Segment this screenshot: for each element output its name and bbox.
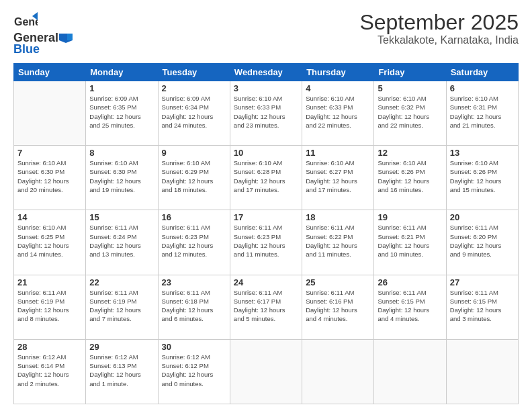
day-number: 21 xyxy=(17,277,82,287)
calendar-week-row: 21Sunrise: 6:11 AMSunset: 6:19 PMDayligh… xyxy=(14,275,519,339)
calendar-cell: 23Sunrise: 6:11 AMSunset: 6:18 PMDayligh… xyxy=(158,275,230,339)
day-number: 19 xyxy=(378,212,442,222)
day-info: Sunrise: 6:10 AMSunset: 6:31 PMDaylight:… xyxy=(450,94,515,130)
day-number: 9 xyxy=(162,148,226,158)
calendar-week-row: 28Sunrise: 6:12 AMSunset: 6:14 PMDayligh… xyxy=(14,339,519,404)
day-info: Sunrise: 6:11 AMSunset: 6:24 PMDaylight:… xyxy=(89,223,154,259)
calendar-cell: 24Sunrise: 6:11 AMSunset: 6:17 PMDayligh… xyxy=(230,275,302,339)
day-number: 13 xyxy=(450,148,515,158)
calendar-cell: 1Sunrise: 6:09 AMSunset: 6:35 PMDaylight… xyxy=(86,81,158,146)
calendar-cell: 12Sunrise: 6:10 AMSunset: 6:26 PMDayligh… xyxy=(374,146,446,210)
calendar-cell xyxy=(230,339,302,404)
logo: General General Blue xyxy=(13,11,73,56)
day-info: Sunrise: 6:11 AMSunset: 6:22 PMDaylight:… xyxy=(306,223,370,259)
calendar-cell: 30Sunrise: 6:12 AMSunset: 6:12 PMDayligh… xyxy=(158,339,230,404)
calendar-cell: 18Sunrise: 6:11 AMSunset: 6:22 PMDayligh… xyxy=(302,210,374,275)
calendar-subtitle: Tekkalakote, Karnataka, India xyxy=(359,34,519,46)
day-header-wednesday: Wednesday xyxy=(230,64,302,81)
title-block: September 2025 Tekkalakote, Karnataka, I… xyxy=(359,11,519,46)
calendar-cell: 21Sunrise: 6:11 AMSunset: 6:19 PMDayligh… xyxy=(14,275,86,339)
calendar-week-row: 1Sunrise: 6:09 AMSunset: 6:35 PMDaylight… xyxy=(14,81,519,146)
day-info: Sunrise: 6:12 AMSunset: 6:12 PMDaylight:… xyxy=(162,353,226,388)
day-number: 4 xyxy=(306,83,370,93)
logo-blue: Blue xyxy=(13,42,40,56)
day-number: 1 xyxy=(89,83,154,93)
day-info: Sunrise: 6:10 AMSunset: 6:32 PMDaylight:… xyxy=(378,94,442,130)
day-info: Sunrise: 6:10 AMSunset: 6:26 PMDaylight:… xyxy=(378,158,442,194)
day-number: 8 xyxy=(89,148,154,158)
day-info: Sunrise: 6:11 AMSunset: 6:18 PMDaylight:… xyxy=(162,288,226,324)
day-number: 26 xyxy=(378,277,442,287)
day-info: Sunrise: 6:11 AMSunset: 6:23 PMDaylight:… xyxy=(162,223,226,259)
day-info: Sunrise: 6:11 AMSunset: 6:19 PMDaylight:… xyxy=(17,288,82,324)
day-info: Sunrise: 6:09 AMSunset: 6:34 PMDaylight:… xyxy=(162,94,226,130)
calendar-cell: 28Sunrise: 6:12 AMSunset: 6:14 PMDayligh… xyxy=(14,339,86,404)
calendar-cell xyxy=(374,339,446,404)
calendar-cell: 20Sunrise: 6:11 AMSunset: 6:20 PMDayligh… xyxy=(446,210,518,275)
calendar-cell: 2Sunrise: 6:09 AMSunset: 6:34 PMDaylight… xyxy=(158,81,230,146)
calendar-cell xyxy=(302,339,374,404)
day-info: Sunrise: 6:09 AMSunset: 6:35 PMDaylight:… xyxy=(89,94,154,130)
calendar-week-row: 7Sunrise: 6:10 AMSunset: 6:30 PMDaylight… xyxy=(14,146,519,210)
day-info: Sunrise: 6:11 AMSunset: 6:17 PMDaylight:… xyxy=(234,288,298,324)
day-info: Sunrise: 6:11 AMSunset: 6:15 PMDaylight:… xyxy=(378,288,442,324)
day-number: 16 xyxy=(162,212,226,222)
calendar-cell: 5Sunrise: 6:10 AMSunset: 6:32 PMDaylight… xyxy=(374,81,446,146)
day-number: 29 xyxy=(89,342,154,352)
day-info: Sunrise: 6:11 AMSunset: 6:21 PMDaylight:… xyxy=(378,223,442,259)
calendar-cell: 3Sunrise: 6:10 AMSunset: 6:33 PMDaylight… xyxy=(230,81,302,146)
svg-marker-4 xyxy=(67,34,73,40)
calendar-cell xyxy=(14,81,86,146)
day-header-saturday: Saturday xyxy=(446,64,518,81)
day-number: 22 xyxy=(89,277,154,287)
day-header-monday: Monday xyxy=(86,64,158,81)
calendar-cell: 11Sunrise: 6:10 AMSunset: 6:27 PMDayligh… xyxy=(302,146,374,210)
day-header-friday: Friday xyxy=(374,64,446,81)
day-number: 23 xyxy=(162,277,226,287)
calendar-cell: 13Sunrise: 6:10 AMSunset: 6:26 PMDayligh… xyxy=(446,146,518,210)
day-info: Sunrise: 6:10 AMSunset: 6:33 PMDaylight:… xyxy=(306,94,370,130)
day-info: Sunrise: 6:12 AMSunset: 6:14 PMDaylight:… xyxy=(17,353,82,388)
day-info: Sunrise: 6:10 AMSunset: 6:26 PMDaylight:… xyxy=(450,158,515,194)
day-number: 18 xyxy=(306,212,370,222)
day-number: 30 xyxy=(162,342,226,352)
day-info: Sunrise: 6:11 AMSunset: 6:19 PMDaylight:… xyxy=(89,288,154,324)
day-info: Sunrise: 6:12 AMSunset: 6:13 PMDaylight:… xyxy=(89,353,154,388)
day-number: 17 xyxy=(234,212,298,222)
calendar-cell: 25Sunrise: 6:11 AMSunset: 6:16 PMDayligh… xyxy=(302,275,374,339)
calendar-cell xyxy=(446,339,518,404)
day-info: Sunrise: 6:10 AMSunset: 6:30 PMDaylight:… xyxy=(89,158,154,194)
day-info: Sunrise: 6:11 AMSunset: 6:20 PMDaylight:… xyxy=(450,223,515,259)
calendar-cell: 19Sunrise: 6:11 AMSunset: 6:21 PMDayligh… xyxy=(374,210,446,275)
day-number: 20 xyxy=(450,212,515,222)
calendar-cell: 4Sunrise: 6:10 AMSunset: 6:33 PMDaylight… xyxy=(302,81,374,146)
calendar-cell: 15Sunrise: 6:11 AMSunset: 6:24 PMDayligh… xyxy=(86,210,158,275)
day-number: 10 xyxy=(234,148,298,158)
day-info: Sunrise: 6:11 AMSunset: 6:15 PMDaylight:… xyxy=(450,288,515,324)
day-info: Sunrise: 6:11 AMSunset: 6:16 PMDaylight:… xyxy=(306,288,370,324)
day-number: 11 xyxy=(306,148,370,158)
day-number: 5 xyxy=(378,83,442,93)
day-info: Sunrise: 6:10 AMSunset: 6:29 PMDaylight:… xyxy=(162,158,226,194)
day-number: 15 xyxy=(89,212,154,222)
day-number: 27 xyxy=(450,277,515,287)
day-info: Sunrise: 6:11 AMSunset: 6:23 PMDaylight:… xyxy=(234,223,298,259)
page: General General Blue September 2025 Tekk… xyxy=(0,0,532,411)
day-number: 24 xyxy=(234,277,298,287)
calendar-cell: 26Sunrise: 6:11 AMSunset: 6:15 PMDayligh… xyxy=(374,275,446,339)
day-number: 7 xyxy=(17,148,82,158)
day-header-sunday: Sunday xyxy=(14,64,86,81)
day-header-tuesday: Tuesday xyxy=(158,64,230,81)
day-info: Sunrise: 6:10 AMSunset: 6:28 PMDaylight:… xyxy=(234,158,298,194)
calendar-cell: 9Sunrise: 6:10 AMSunset: 6:29 PMDaylight… xyxy=(158,146,230,210)
calendar-cell: 17Sunrise: 6:11 AMSunset: 6:23 PMDayligh… xyxy=(230,210,302,275)
day-number: 28 xyxy=(17,342,82,352)
day-number: 3 xyxy=(234,83,298,93)
calendar-cell: 14Sunrise: 6:10 AMSunset: 6:25 PMDayligh… xyxy=(14,210,86,275)
day-number: 25 xyxy=(306,277,370,287)
header: General General Blue September 2025 Tekk… xyxy=(13,11,519,56)
day-number: 14 xyxy=(17,212,82,222)
calendar-table: SundayMondayTuesdayWednesdayThursdayFrid… xyxy=(13,63,519,404)
day-info: Sunrise: 6:10 AMSunset: 6:25 PMDaylight:… xyxy=(17,223,82,259)
logo-flag-icon xyxy=(59,32,73,45)
